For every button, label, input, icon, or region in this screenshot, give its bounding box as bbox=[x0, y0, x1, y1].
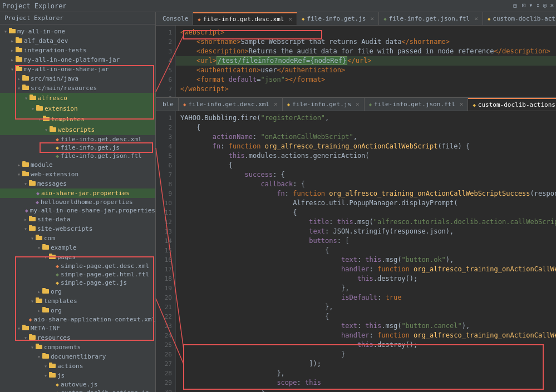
tree-item-helloworldhome.properties[interactable]: ◆helloworldhome.properties bbox=[0, 198, 155, 206]
tree-expand-arrow[interactable]: ▾ bbox=[2, 28, 9, 34]
tab-custom-doclib[interactable]: ◆custom-doclib-actions.js× bbox=[483, 12, 556, 25]
tree-item-autovue.js[interactable]: ◆autovue.js bbox=[0, 380, 155, 389]
tree-item-custom-doclib-actions.js[interactable]: ◆custom-doclib-actions.js bbox=[0, 389, 155, 392]
tree-item-aio-share-jar.properties[interactable]: ◆aio-share-jar.properties bbox=[0, 188, 155, 198]
bottom-tab-close-btn[interactable]: × bbox=[274, 101, 278, 108]
tree-expand-arrow[interactable]: ▾ bbox=[36, 116, 43, 122]
tab-close-btn[interactable]: × bbox=[371, 15, 375, 22]
tree-item-components[interactable]: ▾components bbox=[0, 343, 155, 352]
tree-item-org[interactable]: ▸org bbox=[0, 287, 155, 296]
tree-expand-arrow[interactable]: ▾ bbox=[16, 171, 22, 177]
tree-item-pages[interactable]: ▾pages bbox=[0, 252, 155, 262]
bottom-tab-file-info-desc-xml2[interactable]: ◆file-info.get.desc.xml× bbox=[179, 98, 283, 111]
tree-expand-arrow[interactable]: ▾ bbox=[36, 245, 42, 251]
tab-file-info-js[interactable]: ◆file-info.get.js× bbox=[297, 12, 379, 25]
tree-item-js[interactable]: ▾js bbox=[0, 371, 155, 380]
tree-item-messages[interactable]: ▾messages bbox=[0, 179, 155, 188]
tree-item-simple-page.get.desc.xml[interactable]: ◆simple-page.get.desc.xml bbox=[0, 262, 155, 270]
tree-item-org2[interactable]: ▸org bbox=[0, 306, 155, 315]
toolbar-btn-3[interactable]: ▾ bbox=[529, 2, 533, 10]
tree-item-my-all-in-one-share-jar[interactable]: ▾my-all-in-one-share-jar bbox=[0, 64, 155, 74]
tree-item-actions[interactable]: ▾actions bbox=[0, 361, 155, 371]
tree-item-src-main-java[interactable]: ▸src/main/java bbox=[0, 74, 155, 83]
tree-expand-arrow[interactable]: ▾ bbox=[22, 335, 29, 341]
bottom-tab-file-info-ftl2[interactable]: ◆file-info.get.json.ftl× bbox=[365, 98, 469, 111]
tree-expand-arrow[interactable]: ▾ bbox=[22, 226, 29, 232]
bottom-tab-icon-ftl: ◆ bbox=[369, 102, 372, 107]
tree-item-site-data[interactable]: ▸site-data bbox=[0, 215, 155, 224]
bottom-code-content[interactable]: YAHOO.Bubbling.fire("registerAction", { … bbox=[176, 111, 556, 392]
toolbar-btn-6[interactable]: ✕ bbox=[550, 2, 554, 10]
tree-item-file-info.get.js[interactable]: ◆file-info.get.js bbox=[0, 143, 155, 152]
tree-expand-arrow[interactable]: ▸ bbox=[9, 38, 16, 44]
bottom-tab-close-btn[interactable]: × bbox=[356, 101, 360, 108]
top-code-content[interactable]: <webscript> <shortname>Sample Webscript … bbox=[176, 26, 556, 97]
tree-expand-arrow[interactable]: ▾ bbox=[42, 254, 49, 260]
toolbar-btn-5[interactable]: ◎ bbox=[543, 2, 547, 10]
tree-expand-arrow[interactable]: ▾ bbox=[42, 363, 49, 369]
tree-expand-arrow[interactable]: ▾ bbox=[16, 85, 22, 91]
tree-expand-arrow[interactable]: ▾ bbox=[29, 106, 36, 112]
tree-item-example[interactable]: ▾example bbox=[0, 243, 155, 252]
tree-expand-arrow[interactable]: ▸ bbox=[9, 47, 16, 53]
bottom-code-line-15: { bbox=[180, 246, 552, 255]
tree-label: org bbox=[51, 307, 62, 314]
tree-expand-arrow[interactable]: ▸ bbox=[9, 57, 16, 63]
tab-label: file-info.get.desc.xml bbox=[203, 16, 284, 23]
tab-close-btn[interactable]: × bbox=[288, 16, 292, 23]
tree-item-file-info.get.json.ftl[interactable]: ◆file-info.get.json.ftl bbox=[0, 152, 155, 160]
bottom-tab-close-btn[interactable]: × bbox=[460, 101, 464, 108]
tree-item-simple-page.get.html.ftl[interactable]: ◆simple-page.get.html.ftl bbox=[0, 270, 155, 279]
svg-rect-13 bbox=[22, 86, 29, 90]
tab-file-info-desc-xml[interactable]: ◆file-info.get.desc.xml× bbox=[193, 12, 297, 25]
tree-item-site-webscripts[interactable]: ▾site-webscripts bbox=[0, 224, 155, 234]
tree-expand-arrow[interactable]: ▾ bbox=[42, 373, 49, 379]
tree-item-file-info.get.desc.xml[interactable]: ◆file-info.get.desc.xml bbox=[0, 135, 155, 143]
bottom-tab-custom-doclib2[interactable]: ◆custom-doclib-actions.js× bbox=[468, 98, 556, 111]
bottom-tab-ble[interactable]: ble bbox=[156, 98, 179, 111]
bottom-line-num-3: 3 bbox=[159, 132, 172, 142]
tree-item-alf_data_dev[interactable]: ▸alf_data_dev bbox=[0, 36, 155, 46]
tree-expand-arrow[interactable]: ▾ bbox=[22, 181, 29, 187]
line-num-4: 4 bbox=[159, 56, 172, 66]
tree-item-resources[interactable]: ▾resources bbox=[0, 333, 155, 343]
tree-item-my-all-in-one[interactable]: ▾my-all-in-one bbox=[0, 27, 155, 36]
tree-item-my-all-in-one-platform-jar[interactable]: ▸my-all-in-one-platform-jar bbox=[0, 55, 155, 64]
tab-console[interactable]: Console bbox=[156, 12, 193, 25]
tree-item-integration-tests[interactable]: ▸integration-tests bbox=[0, 46, 155, 55]
tab-file-info-ftl[interactable]: ◆file-info.get.json.ftl× bbox=[379, 12, 483, 25]
tree-expand-arrow[interactable]: ▸ bbox=[36, 307, 42, 314]
tree-expand-arrow[interactable]: ▾ bbox=[23, 95, 29, 101]
tree-item-my-all-in-one-share-jar.properties[interactable]: ◆my-all-in-one-share-jar.properties bbox=[0, 206, 155, 215]
tree-item-aio-share-application-context.xml[interactable]: ◆aio-share-application-context.xml bbox=[0, 315, 155, 324]
tree-item-module[interactable]: ▸module bbox=[0, 160, 155, 170]
tree-item-com[interactable]: ▾com bbox=[0, 234, 155, 243]
tree-expand-arrow[interactable]: ▾ bbox=[29, 235, 36, 241]
tree-expand-arrow[interactable]: ▾ bbox=[43, 127, 50, 133]
tree-item-templates2[interactable]: ▾templates bbox=[0, 296, 155, 306]
tree-item-web-extension[interactable]: ▾web-extension bbox=[0, 170, 155, 179]
tree-expand-arrow[interactable]: ▾ bbox=[9, 66, 16, 72]
tree-expand-arrow[interactable]: ▸ bbox=[16, 162, 22, 168]
tree-label: actions bbox=[57, 363, 83, 370]
tree-expand-arrow[interactable]: ▸ bbox=[36, 289, 42, 295]
tree-item-extension[interactable]: ▾extension bbox=[0, 103, 155, 114]
tree-item-src-main-resources[interactable]: ▾src/main/resources bbox=[0, 83, 155, 93]
toolbar-btn-1[interactable]: ⊞ bbox=[511, 2, 519, 10]
toolbar-btn-2[interactable]: ⊡ bbox=[522, 2, 526, 10]
tree-expand-arrow[interactable]: ▸ bbox=[22, 216, 29, 222]
toolbar-btn-4[interactable]: ↕ bbox=[536, 2, 540, 10]
tree-expand-arrow[interactable]: ▾ bbox=[29, 344, 36, 350]
tree-item-alfresco[interactable]: ▾alfresco bbox=[0, 93, 155, 103]
tree-expand-arrow[interactable]: ▾ bbox=[36, 354, 42, 360]
tree-item-templates[interactable]: ▾templates bbox=[0, 114, 155, 125]
tree-expand-arrow[interactable]: ▾ bbox=[16, 325, 22, 331]
tree-item-META-INF[interactable]: ▾META-INF bbox=[0, 324, 155, 333]
tree-item-documentlibrary[interactable]: ▾documentlibrary bbox=[0, 352, 155, 361]
tree-expand-arrow[interactable]: ▾ bbox=[29, 298, 36, 304]
tab-close-btn[interactable]: × bbox=[474, 15, 478, 22]
bottom-tab-file-info-js2[interactable]: ◆file-info.get.js× bbox=[283, 98, 365, 111]
tree-item-simple-page.get.js[interactable]: ◆simple-page.get.js bbox=[0, 279, 155, 287]
tree-item-webscripts[interactable]: ▾webscripts bbox=[0, 125, 155, 135]
tree-expand-arrow[interactable]: ▸ bbox=[16, 76, 22, 82]
